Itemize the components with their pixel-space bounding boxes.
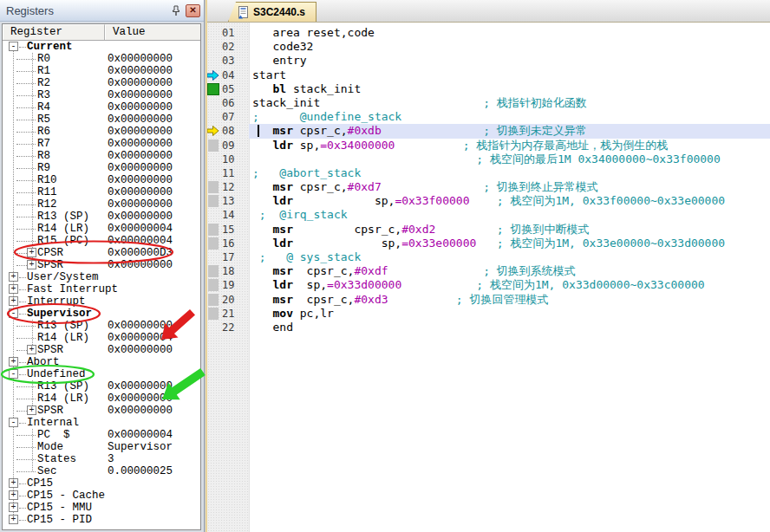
register-value[interactable]: 0x00000000 xyxy=(108,320,173,332)
tree-row[interactable]: R14 (LR)0x00000004 xyxy=(3,332,200,344)
code-text[interactable]: bl stack_init xyxy=(249,82,770,96)
tree-row[interactable]: -Undefined xyxy=(3,368,200,380)
code-line[interactable]: 12 msr cpsr_c,#0xd7 ; 切换到终止异常模式 xyxy=(207,180,770,194)
code-line[interactable]: 14 ; @irq_stack xyxy=(207,208,770,222)
code-line[interactable]: 21 mov pc,lr xyxy=(207,307,770,321)
code-line[interactable]: 19 ldr sp,=0x33d00000 ; 栈空间为1M, 0x33d000… xyxy=(207,278,770,292)
code-text[interactable]: ; @abort_stack xyxy=(249,166,770,180)
code-line[interactable]: 07; @undefine_stack xyxy=(207,110,770,124)
code-text[interactable]: msr cpsr_c,#0xd2 ; 切换到中断模式 xyxy=(249,223,770,237)
tree-expand-box[interactable]: + xyxy=(9,490,18,500)
code-text[interactable]: start xyxy=(249,68,770,82)
tree-expand-box[interactable]: - xyxy=(9,308,18,318)
code-text[interactable]: end xyxy=(249,321,770,334)
tree-row[interactable]: R70x00000000 xyxy=(3,138,200,150)
register-value[interactable]: 0x00000000 xyxy=(108,186,173,198)
register-value[interactable]: 0x00000004 xyxy=(108,429,173,441)
tree-row[interactable]: +User/System xyxy=(3,271,200,283)
register-value[interactable]: 3 xyxy=(108,453,114,465)
tree-row[interactable]: +CP15 - MMU xyxy=(3,502,200,514)
tree-expand-box[interactable]: + xyxy=(27,405,36,415)
tree-row[interactable]: +SPSR0x00000000 xyxy=(3,259,200,271)
tree-row[interactable]: +Abort xyxy=(3,356,200,368)
code-text[interactable]: entry xyxy=(249,54,770,68)
tree-expand-box[interactable]: + xyxy=(27,345,36,354)
line-gutter[interactable]: 08 xyxy=(207,124,249,138)
tree-row[interactable]: -Supervisor xyxy=(3,308,200,320)
tree-row[interactable]: -Internal xyxy=(3,417,200,429)
line-gutter[interactable]: 12 xyxy=(207,180,249,194)
register-value[interactable]: 0x00000004 xyxy=(108,332,173,344)
code-text[interactable]: mov pc,lr xyxy=(249,307,770,321)
code-line[interactable]: 20 msr cpsr_c,#0xd3 ; 切换回管理模式 xyxy=(207,293,770,307)
close-button[interactable]: ✕ xyxy=(186,4,200,17)
registers-titlebar[interactable]: Registers ✕ xyxy=(0,0,204,22)
line-gutter[interactable]: 07 xyxy=(207,110,249,124)
tree-row[interactable]: +Interrupt xyxy=(3,295,200,308)
code-line[interactable]: 11; @abort_stack xyxy=(207,166,770,180)
register-value[interactable]: 0x00000000 xyxy=(108,126,173,138)
tree-expand-box[interactable]: + xyxy=(9,357,18,367)
tree-row[interactable]: R10x00000000 xyxy=(3,65,200,77)
code-text[interactable]: area reset,code xyxy=(249,26,770,40)
tree-row[interactable]: +CP15 xyxy=(3,477,200,490)
register-value[interactable]: 0x00000000 xyxy=(108,138,173,150)
line-gutter[interactable]: 09 xyxy=(207,139,249,152)
code-line[interactable]: 02 code32 xyxy=(207,40,770,54)
register-value[interactable]: 0x00000000 xyxy=(108,211,173,223)
register-value[interactable]: 0x00000000 xyxy=(108,101,173,114)
tree-expand-box[interactable]: - xyxy=(9,369,18,379)
code-line[interactable]: 18 msr cpsr_c,#0xdf ; 切换到系统模式 xyxy=(207,264,770,278)
line-gutter[interactable]: 03 xyxy=(207,54,249,68)
tree-row[interactable]: +CP15 - PID xyxy=(3,514,200,526)
tree-row[interactable]: R50x00000000 xyxy=(3,114,200,126)
tree-expand-box[interactable]: + xyxy=(27,248,36,257)
line-gutter[interactable]: 10 xyxy=(207,152,249,166)
code-text[interactable]: code32 xyxy=(249,40,770,54)
tree-row[interactable]: Sec0.00000025 xyxy=(3,465,200,477)
tree-expand-box[interactable]: + xyxy=(9,503,18,512)
column-header-register[interactable]: Register xyxy=(3,24,105,40)
code-text[interactable]: ; @undefine_stack xyxy=(249,110,770,124)
code-line[interactable]: 16 ldr sp,=0x33e00000 ; 栈空间为1M, 0x33e000… xyxy=(207,237,770,250)
tree-row[interactable]: R30x00000000 xyxy=(3,89,200,101)
line-gutter[interactable]: 04 xyxy=(207,68,249,82)
tree-expand-box[interactable]: + xyxy=(9,296,18,306)
tree-row[interactable]: R13 (SP)0x00000000 xyxy=(3,211,200,223)
register-value[interactable]: 0x00000004 xyxy=(108,223,173,235)
code-text[interactable]: msr cpsr_c,#0xdf ; 切换到系统模式 xyxy=(249,264,770,278)
line-gutter[interactable]: 05 xyxy=(207,82,249,96)
line-gutter[interactable]: 13 xyxy=(207,194,249,208)
code-line[interactable]: 03 entry xyxy=(207,54,770,68)
code-text[interactable]: ldr sp,=0x33e00000 ; 栈空间为1M, 0x33e00000~… xyxy=(249,237,770,250)
code-line[interactable]: 22 end xyxy=(207,321,770,334)
code-line[interactable]: 08 msr cpsr_c,#0xdb ; 切换到未定义异常 xyxy=(207,124,770,138)
column-header-value[interactable]: Value xyxy=(105,24,200,40)
code-text[interactable]: ; 栈空间的最后1M 0x34000000~0x33f00000 xyxy=(249,152,770,166)
register-value[interactable]: 0x00000000 xyxy=(108,174,173,186)
tree-row[interactable]: +CP15 - Cache xyxy=(3,490,200,502)
register-value[interactable]: 0x00000000 xyxy=(108,162,173,174)
tree-row[interactable]: +Fast Interrupt xyxy=(3,283,200,295)
code-text[interactable]: ldr sp,=0x33d00000 ; 栈空间为1M, 0x33d00000~… xyxy=(249,278,770,292)
tree-expand-box[interactable]: + xyxy=(9,284,18,294)
code-text[interactable]: msr cpsr_c,#0xd7 ; 切换到终止异常模式 xyxy=(249,180,770,194)
line-gutter[interactable]: 02 xyxy=(207,40,249,54)
tree-expand-box[interactable]: - xyxy=(9,418,18,427)
register-value[interactable]: 0x00000000 xyxy=(108,65,173,77)
line-gutter[interactable]: 17 xyxy=(207,250,249,264)
line-gutter[interactable]: 11 xyxy=(207,166,249,180)
register-value[interactable]: 0x00000000 xyxy=(108,150,173,162)
tree-row[interactable]: R14 (LR)0x00000000 xyxy=(3,393,200,405)
register-value[interactable]: 0x00000000 xyxy=(108,114,173,126)
line-gutter[interactable]: 20 xyxy=(207,293,249,307)
register-value[interactable]: 0x00000000 xyxy=(108,89,173,101)
tree-row[interactable]: R40x00000000 xyxy=(3,101,200,114)
code-text[interactable]: msr cpsr_c,#0xdb ; 切换到未定义异常 xyxy=(249,124,770,138)
line-gutter[interactable]: 06 xyxy=(207,96,249,110)
tree-row[interactable]: R90x00000000 xyxy=(3,162,200,174)
code-line[interactable]: 09 ldr sp,=0x34000000 ; 栈指针为内存最高地址，栈为倒生的… xyxy=(207,139,770,152)
code-line[interactable]: 15 msr cpsr_c,#0xd2 ; 切换到中断模式 xyxy=(207,223,770,237)
tree-row[interactable]: R60x00000000 xyxy=(3,126,200,138)
register-value[interactable]: 0x00000000 xyxy=(108,198,173,211)
